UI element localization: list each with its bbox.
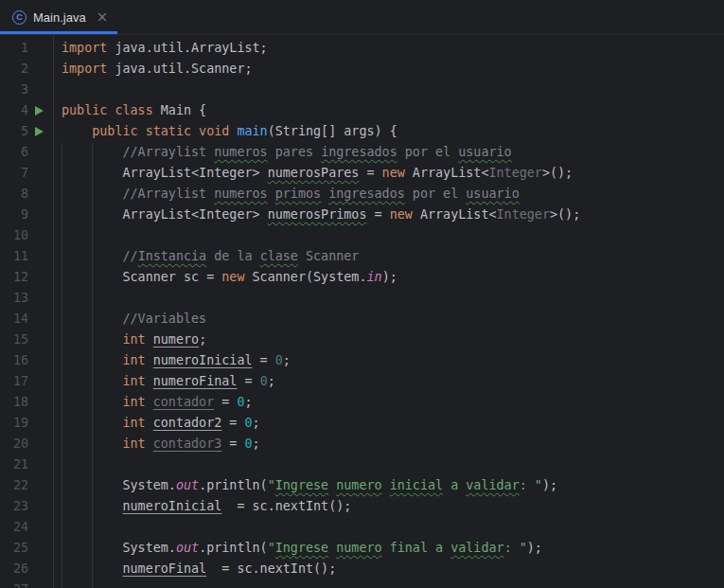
code-token: " bbox=[268, 541, 275, 555]
code-token: public static void bbox=[92, 124, 229, 138]
code-line[interactable]: 20 int contador3 = 0; bbox=[0, 434, 724, 454]
code-text: System.out.println("Ingrese numero inici… bbox=[53, 475, 724, 496]
code-token: Ingrese bbox=[275, 478, 328, 492]
code-line[interactable]: 2import java.util.Scanner; bbox=[0, 59, 724, 80]
code-token bbox=[146, 353, 153, 367]
code-token: Instancia bbox=[138, 249, 207, 263]
tab-main-java[interactable]: C Main.java × bbox=[0, 0, 117, 34]
code-text: //Arraylist numeros primos ingresados po… bbox=[53, 184, 724, 205]
code-token: //Variables bbox=[123, 312, 207, 326]
code-lines: 1import java.util.ArrayList;2import java… bbox=[0, 38, 724, 588]
code-token bbox=[146, 437, 153, 451]
code-text bbox=[53, 80, 724, 100]
code-token bbox=[62, 499, 123, 513]
code-token: (String[] args) { bbox=[268, 124, 397, 138]
line-number: 18 bbox=[0, 392, 28, 413]
code-line[interactable]: 22 System.out.println("Ingrese numero in… bbox=[0, 475, 724, 496]
line-number: 11 bbox=[0, 246, 28, 267]
code-line[interactable]: 15 int numero; bbox=[0, 330, 724, 350]
gutter-icon-zone bbox=[28, 142, 53, 163]
code-token: .println( bbox=[199, 478, 268, 492]
code-text: int numero; bbox=[53, 330, 724, 350]
code-token bbox=[62, 353, 123, 367]
gutter-icon-zone bbox=[28, 59, 53, 80]
run-icon[interactable] bbox=[35, 127, 44, 136]
code-token: numero bbox=[153, 332, 199, 347]
code-token: de la bbox=[206, 249, 259, 263]
code-line[interactable]: 7 ArrayList<Integer> numerosPares = new … bbox=[0, 163, 724, 184]
code-line[interactable]: 9 ArrayList<Integer> numerosPrimos = new… bbox=[0, 205, 724, 225]
line-number: 2 bbox=[0, 59, 28, 80]
code-editor[interactable]: 1import java.util.ArrayList;2import java… bbox=[0, 35, 724, 588]
code-line[interactable]: 26 numeroFinal = sc.nextInt(); bbox=[0, 559, 724, 579]
code-token: = bbox=[214, 395, 237, 409]
gutter-icon-zone bbox=[28, 371, 53, 392]
code-line[interactable]: 1import java.util.ArrayList; bbox=[0, 38, 724, 59]
code-token: = bbox=[221, 416, 244, 430]
code-line[interactable]: 8 //Arraylist numeros primos ingresados … bbox=[0, 184, 724, 205]
code-line[interactable]: 18 int contador = 0; bbox=[0, 392, 724, 413]
code-line[interactable]: 24 bbox=[0, 517, 724, 538]
code-line[interactable]: 25 System.out.println("Ingrese numero fi… bbox=[0, 538, 724, 559]
code-token: pares bbox=[268, 145, 321, 159]
code-token: out bbox=[176, 478, 199, 492]
code-token: 0 bbox=[237, 395, 244, 409]
code-token: numeros bbox=[214, 145, 267, 159]
gutter-icon-zone bbox=[28, 496, 53, 517]
code-token: ); bbox=[382, 270, 397, 284]
code-token: ingresados bbox=[328, 187, 405, 201]
line-number: 27 bbox=[0, 579, 28, 588]
code-token bbox=[62, 395, 123, 409]
code-token: ; bbox=[253, 416, 260, 430]
code-text: import java.util.Scanner; bbox=[53, 59, 724, 80]
code-line[interactable]: 4public class Main { bbox=[0, 100, 724, 121]
code-text: int contador3 = 0; bbox=[53, 434, 724, 454]
code-line[interactable]: 21 bbox=[0, 454, 724, 475]
code-line[interactable]: 11 //Instancia de la clase Scanner bbox=[0, 246, 724, 267]
code-line[interactable]: 17 int numeroFinal = 0; bbox=[0, 371, 724, 392]
line-number: 15 bbox=[0, 330, 28, 350]
code-text: public class Main { bbox=[53, 100, 724, 121]
code-token: numeroFinal bbox=[123, 561, 207, 576]
code-line[interactable]: 27 bbox=[0, 579, 724, 588]
code-line[interactable]: 10 bbox=[0, 225, 724, 246]
code-line[interactable]: 14 //Variables bbox=[0, 309, 724, 330]
code-token: primos bbox=[275, 187, 321, 201]
code-line[interactable]: 13 bbox=[0, 288, 724, 309]
line-number: 8 bbox=[0, 184, 28, 205]
code-line[interactable]: 19 int contador2 = 0; bbox=[0, 413, 724, 434]
code-text: //Instancia de la clase Scanner bbox=[53, 246, 724, 267]
line-number: 13 bbox=[0, 288, 28, 309]
gutter-icon-zone bbox=[28, 434, 53, 454]
gutter-icon-zone bbox=[28, 38, 53, 59]
line-number: 12 bbox=[0, 267, 28, 288]
tab-close-icon[interactable]: × bbox=[97, 10, 109, 25]
code-line[interactable]: 3 bbox=[0, 80, 724, 100]
code-line[interactable]: 5 public static void main(String[] args)… bbox=[0, 121, 724, 142]
code-text: import java.util.ArrayList; bbox=[53, 38, 724, 59]
code-line[interactable]: 23 numeroInicial = sc.nextInt(); bbox=[0, 496, 724, 517]
code-text bbox=[53, 454, 724, 475]
code-line[interactable]: 16 int numeroInicial = 0; bbox=[0, 350, 724, 371]
code-token bbox=[62, 561, 123, 576]
code-line[interactable]: 6 //Arraylist numeros pares ingresados p… bbox=[0, 142, 724, 163]
code-token bbox=[146, 374, 153, 388]
tab-title: Main.java bbox=[33, 10, 86, 25]
gutter-icon-zone bbox=[28, 309, 53, 330]
code-token: usuario bbox=[466, 187, 519, 201]
run-icon[interactable] bbox=[35, 106, 44, 116]
code-token bbox=[62, 416, 123, 430]
code-token bbox=[62, 187, 123, 201]
code-token: numeroInicial bbox=[153, 353, 253, 367]
gutter-icon-zone bbox=[28, 205, 53, 225]
code-token: int bbox=[123, 416, 146, 430]
code-token: = bbox=[253, 353, 275, 367]
code-text: ArrayList<Integer> numerosPares = new Ar… bbox=[53, 163, 724, 184]
code-token bbox=[62, 124, 92, 138]
code-token: = bbox=[221, 437, 244, 451]
code-token: 0 bbox=[275, 353, 283, 367]
code-text: System.out.println("Ingrese numero final… bbox=[53, 538, 724, 559]
code-line[interactable]: 12 Scanner sc = new Scanner(System.in); bbox=[0, 267, 724, 288]
code-token: import bbox=[62, 62, 107, 76]
gutter-icon-zone bbox=[28, 80, 53, 100]
